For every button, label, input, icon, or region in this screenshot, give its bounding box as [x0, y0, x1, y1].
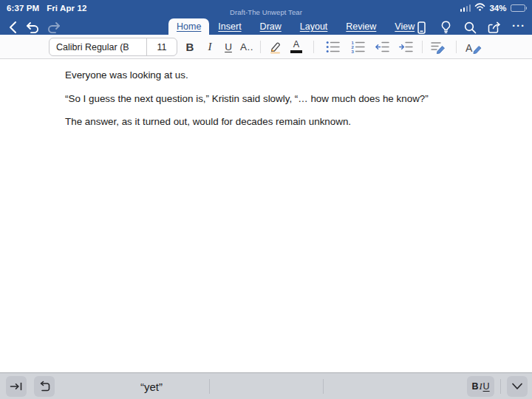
bar-separator: [500, 379, 501, 394]
clock: 6:37 PM: [7, 4, 39, 13]
highlight-color-button[interactable]: [266, 35, 284, 59]
undo-button[interactable]: [24, 20, 41, 35]
numbered-list-button[interactable]: 123: [349, 35, 366, 59]
chevron-down-icon: [511, 382, 523, 391]
tab-key-icon: [10, 380, 23, 393]
font-color-icon: A: [290, 41, 302, 53]
font-color-button[interactable]: A: [287, 35, 305, 59]
share-icon: [488, 21, 501, 34]
suggestion-separator: [209, 379, 210, 394]
decrease-indent-button[interactable]: [373, 35, 391, 59]
paragraph[interactable]: “So I guess the next question is,” Krist…: [65, 93, 502, 104]
chevron-left-icon: [8, 21, 17, 34]
tab-insert[interactable]: Insert: [216, 18, 242, 35]
tab-layout[interactable]: Layout: [299, 18, 330, 35]
outdent-icon: [375, 41, 389, 53]
status-bar-right: 34%: [460, 3, 527, 13]
more-font-formatting-button[interactable]: A..: [238, 35, 256, 59]
tab-draw[interactable]: Draw: [259, 18, 283, 35]
tab-review[interactable]: Review: [344, 18, 378, 35]
battery-percent: 34%: [489, 4, 506, 13]
paragraph[interactable]: Everyone was looking at us.: [65, 69, 502, 81]
wifi-icon: [474, 3, 485, 13]
highlighter-icon: [268, 40, 282, 54]
search-button[interactable]: [461, 19, 479, 35]
increase-indent-button[interactable]: [397, 35, 415, 59]
suggestion-separator: [323, 379, 324, 394]
cellular-signal-icon: [460, 4, 471, 12]
ellipsis-icon: ···: [512, 22, 525, 33]
undo-icon: [25, 21, 40, 34]
battery-icon: [511, 4, 528, 12]
text-styles-icon: A: [466, 41, 482, 54]
toolbar-separator: [422, 41, 423, 53]
bullet-list-icon: [326, 41, 340, 53]
more-options-button[interactable]: ···: [510, 19, 528, 35]
quick-format-biu-button[interactable]: BIU: [467, 376, 494, 397]
mobile-view-button[interactable]: [412, 19, 430, 35]
underline-button[interactable]: U: [219, 35, 237, 59]
nav-right-actions: ···: [412, 19, 528, 35]
ribbon-tabs: Home Insert Draw Layout Review View: [168, 18, 432, 35]
toolbar-separator: [313, 41, 314, 53]
numbered-list-icon: 123: [351, 41, 365, 53]
undo-icon: [38, 381, 51, 393]
tab-home[interactable]: Home: [168, 18, 209, 35]
redo-button[interactable]: [46, 20, 62, 35]
predictive-suggestion[interactable]: “yet”: [96, 373, 207, 399]
styles-button[interactable]: A: [465, 35, 482, 59]
date: Fri Apr 12: [47, 4, 86, 13]
phone-icon: [417, 21, 426, 34]
word-ipad-app: 6:37 PM Fri Apr 12 34% Draft-The Unwept …: [0, 0, 532, 399]
indent-icon: [399, 41, 413, 53]
paragraph-formatting-button[interactable]: [429, 35, 447, 59]
formatting-toolbar: Calibri Regular (B 11 B I U A.. A: [0, 35, 532, 59]
top-chrome: 6:37 PM Fri Apr 12 34% Draft-The Unwept …: [0, 0, 532, 35]
document-canvas[interactable]: Everyone was looking at us. “So I guess …: [0, 60, 532, 372]
keyboard-accessory-bar: “yet” BIU: [0, 372, 532, 399]
paragraph[interactable]: The answer, as it turned out, would for …: [65, 116, 502, 127]
font-name-field[interactable]: Calibri Regular (B: [50, 38, 147, 55]
back-button[interactable]: [4, 20, 21, 35]
toolbar-separator: [260, 41, 261, 53]
svg-text:A: A: [466, 41, 473, 53]
font-size-field[interactable]: 11: [147, 42, 177, 52]
undo-typing-button[interactable]: [34, 376, 55, 397]
svg-text:3: 3: [351, 50, 354, 53]
share-button[interactable]: [485, 19, 503, 35]
lightbulb-icon: [441, 21, 451, 34]
tab-key-button[interactable]: [6, 376, 27, 397]
redo-icon: [47, 21, 61, 34]
paragraph-formatting-icon: [431, 41, 446, 54]
bold-button[interactable]: B: [181, 35, 199, 59]
search-icon: [464, 21, 477, 34]
font-controls: Calibri Regular (B 11: [49, 38, 177, 56]
tell-me-button[interactable]: [437, 19, 454, 35]
dismiss-keyboard-button[interactable]: [507, 376, 528, 397]
toolbar-separator: [456, 41, 457, 53]
italic-button[interactable]: I: [201, 35, 219, 59]
status-bar-left: 6:37 PM Fri Apr 12: [7, 4, 86, 13]
bullet-list-button[interactable]: [324, 35, 341, 59]
